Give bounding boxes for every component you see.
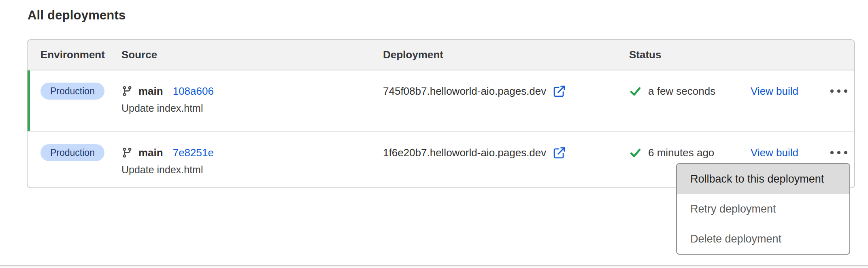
deployment-url: 1f6e20b7.helloworld-aio.pages.dev <box>383 147 546 159</box>
column-header-source: Source <box>121 49 383 61</box>
git-branch-icon <box>121 147 133 158</box>
deployment-actions-menu: Rollback to this deployment Retry deploy… <box>676 163 850 255</box>
branch-name: main <box>138 147 163 159</box>
status-cell: 6 minutes ago <box>629 144 751 161</box>
menu-item-retry[interactable]: Retry deployment <box>677 194 849 224</box>
status-text: a few seconds <box>648 85 715 98</box>
commit-message: Update index.html <box>121 102 383 114</box>
deployment-cell: 1f6e20b7.helloworld-aio.pages.dev <box>383 144 629 161</box>
row-actions-button[interactable] <box>828 146 850 159</box>
deployment-url: 745f08b7.helloworld-aio.pages.dev <box>383 85 546 98</box>
status-text: 6 minutes ago <box>648 147 714 159</box>
row-actions-button[interactable] <box>828 85 850 98</box>
view-build-cell: View build <box>751 83 823 100</box>
environment-badge: Production <box>40 144 104 161</box>
current-deployment-indicator <box>28 70 30 131</box>
deployment-cell: 745f08b7.helloworld-aio.pages.dev <box>383 83 629 100</box>
column-header-environment: Environment <box>40 49 121 61</box>
column-header-status: Status <box>629 49 751 61</box>
external-link-icon[interactable] <box>553 146 566 160</box>
page-title: All deployments <box>28 8 126 23</box>
environment-badge: Production <box>40 83 104 100</box>
external-link-icon[interactable] <box>553 85 566 98</box>
status-cell: a few seconds <box>629 83 751 100</box>
menu-item-rollback[interactable]: Rollback to this deployment <box>677 164 849 194</box>
git-branch-icon <box>121 85 133 97</box>
view-build-cell: View build <box>751 144 823 161</box>
source-cell: main 108a606 Update index.html <box>121 83 383 114</box>
menu-item-delete[interactable]: Delete deployment <box>677 224 849 254</box>
branch-name: main <box>138 85 163 98</box>
table-header-row: Environment Source Deployment Status <box>28 40 854 70</box>
column-header-deployment: Deployment <box>383 49 629 61</box>
environment-cell: Production <box>40 83 121 100</box>
actions-cell <box>823 83 854 100</box>
view-build-link[interactable]: View build <box>751 85 798 98</box>
table-row: Production main 108a606 Update index.htm… <box>28 70 854 132</box>
view-build-link[interactable]: View build <box>751 147 798 159</box>
actions-cell <box>823 144 854 161</box>
environment-cell: Production <box>40 144 121 161</box>
commit-link[interactable]: 108a606 <box>173 85 214 98</box>
bottom-divider <box>0 265 868 266</box>
commit-message: Update index.html <box>121 164 383 176</box>
commit-link[interactable]: 7e8251e <box>173 147 214 159</box>
source-cell: main 7e8251e Update index.html <box>121 144 383 176</box>
success-check-icon <box>629 147 642 159</box>
ellipsis-icon <box>830 151 834 154</box>
success-check-icon <box>629 85 642 98</box>
ellipsis-icon <box>830 89 834 93</box>
